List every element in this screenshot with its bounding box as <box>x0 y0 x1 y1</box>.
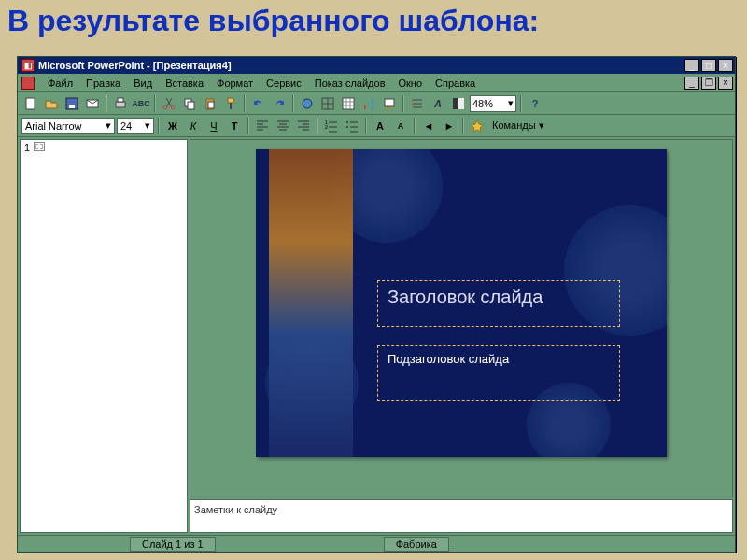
common-tasks-button[interactable]: Команды ▾ <box>488 119 548 132</box>
spellcheck-icon[interactable]: ABC <box>132 94 150 113</box>
italic-icon[interactable]: К <box>184 117 203 135</box>
standard-toolbar: ABC A 48%▾ ? <box>18 92 735 115</box>
print-icon[interactable] <box>111 94 130 113</box>
slide-canvas[interactable]: Заголовок слайда Подзаголовок слайда <box>190 139 733 497</box>
align-center-icon[interactable] <box>274 117 292 135</box>
menu-window[interactable]: Окно <box>393 76 429 91</box>
insert-table-icon[interactable] <box>339 94 358 113</box>
doc-close-button[interactable]: × <box>718 77 733 90</box>
outline-pane[interactable]: 1 <box>20 139 188 533</box>
save-icon[interactable] <box>63 94 81 113</box>
template-band <box>269 149 353 457</box>
chevron-down-icon: ▾ <box>145 119 150 132</box>
grayscale-icon[interactable] <box>449 94 468 113</box>
expand-all-icon[interactable] <box>408 94 427 113</box>
toolbar-separator <box>402 95 404 112</box>
minimize-button[interactable]: _ <box>684 59 699 72</box>
numbering-icon[interactable]: 12 <box>322 117 341 135</box>
menu-help[interactable]: Справка <box>430 76 481 91</box>
hyperlink-icon[interactable] <box>298 94 317 113</box>
doc-minimize-button[interactable]: _ <box>684 77 699 90</box>
window-controls: _ □ × <box>684 59 735 72</box>
font-combo[interactable]: Arial Narrow▾ <box>21 118 115 134</box>
format-painter-icon[interactable] <box>221 94 240 113</box>
svg-rect-4 <box>116 102 125 107</box>
app-icon: ◧ <box>21 59 35 72</box>
animation-effects-icon[interactable] <box>468 117 486 135</box>
zoom-value: 48% <box>472 98 493 109</box>
align-right-icon[interactable] <box>294 117 313 135</box>
svg-rect-9 <box>188 102 194 109</box>
new-slide-icon[interactable] <box>380 94 399 113</box>
svg-rect-19 <box>372 99 374 109</box>
doc-window-controls: _ ❐ × <box>684 77 735 90</box>
menu-slideshow[interactable]: Показ слайдов <box>309 76 391 91</box>
svg-rect-11 <box>208 102 214 108</box>
menu-insert[interactable]: Вставка <box>160 76 209 91</box>
align-left-icon[interactable] <box>253 117 272 135</box>
mail-icon[interactable] <box>83 94 102 113</box>
subtitle-placeholder[interactable]: Подзаголовок слайда <box>377 345 620 401</box>
copy-icon[interactable] <box>180 94 199 113</box>
svg-rect-0 <box>26 98 35 109</box>
window-title: Microsoft PowerPoint - [Презентация4] <box>38 60 684 71</box>
menu-tools[interactable]: Сервис <box>261 76 307 91</box>
slide-thumb-icon <box>34 142 45 151</box>
new-icon[interactable] <box>21 94 40 113</box>
increase-font-icon[interactable]: A <box>371 117 389 135</box>
demote-icon[interactable]: ► <box>440 117 458 135</box>
cut-icon[interactable] <box>160 94 178 113</box>
toolbar-separator <box>158 118 160 134</box>
toolbar-separator <box>365 118 367 134</box>
menu-edit[interactable]: Правка <box>80 76 126 91</box>
svg-text:2: 2 <box>325 124 328 130</box>
slide-number: 1 <box>24 142 30 153</box>
show-formatting-icon[interactable]: A <box>429 94 447 113</box>
svg-rect-13 <box>230 103 232 109</box>
toolbar-separator <box>292 95 294 112</box>
svg-point-14 <box>303 99 312 108</box>
svg-rect-5 <box>118 98 123 102</box>
chevron-down-icon: ▾ <box>106 119 111 132</box>
slide[interactable]: Заголовок слайда Подзаголовок слайда <box>256 149 667 457</box>
font-size-combo[interactable]: 24▾ <box>117 118 154 134</box>
bold-icon[interactable]: Ж <box>163 117 182 135</box>
menu-format[interactable]: Формат <box>211 76 259 91</box>
shadow-icon[interactable]: Т <box>225 117 244 135</box>
app-window: ◧ Microsoft PowerPoint - [Презентация4] … <box>17 56 736 553</box>
bullets-icon[interactable] <box>343 117 361 135</box>
notes-pane[interactable]: Заметки к слайду <box>190 499 733 533</box>
doc-restore-button[interactable]: ❐ <box>701 77 716 90</box>
promote-icon[interactable]: ◄ <box>419 117 438 135</box>
help-icon[interactable]: ? <box>526 94 544 113</box>
font-name: Arial Narrow <box>25 120 82 132</box>
maximize-button[interactable]: □ <box>701 59 716 72</box>
decrease-font-icon[interactable]: A <box>391 117 410 135</box>
toolbar-separator <box>462 118 464 134</box>
insert-chart-icon[interactable] <box>359 94 378 113</box>
menu-view[interactable]: Вид <box>128 76 158 91</box>
svg-rect-17 <box>364 105 366 109</box>
tables-borders-icon[interactable] <box>318 94 337 113</box>
svg-rect-20 <box>385 99 394 106</box>
menu-file[interactable]: Файл <box>42 76 78 91</box>
template-name: Фабрика <box>384 537 449 552</box>
doc-icon <box>21 77 35 90</box>
underline-icon[interactable]: Ч <box>204 117 223 135</box>
paste-icon[interactable] <box>201 94 219 113</box>
svg-rect-18 <box>368 102 370 109</box>
toolbar-separator <box>106 95 107 112</box>
title-placeholder[interactable]: Заголовок слайда <box>377 280 620 327</box>
close-button[interactable]: × <box>718 59 733 72</box>
outline-item[interactable]: 1 <box>21 140 187 155</box>
svg-rect-2 <box>69 105 75 108</box>
toolbar-separator <box>247 118 249 134</box>
zoom-combo[interactable]: 48%▾ <box>470 95 516 112</box>
slide-area: Заголовок слайда Подзаголовок слайда Зам… <box>190 139 733 533</box>
svg-rect-12 <box>228 98 233 103</box>
redo-icon[interactable] <box>270 94 289 113</box>
page-heading: В результате выбранного шаблона: <box>0 0 747 44</box>
undo-icon[interactable] <box>249 94 268 113</box>
svg-rect-22 <box>458 98 464 109</box>
open-icon[interactable] <box>42 94 61 113</box>
